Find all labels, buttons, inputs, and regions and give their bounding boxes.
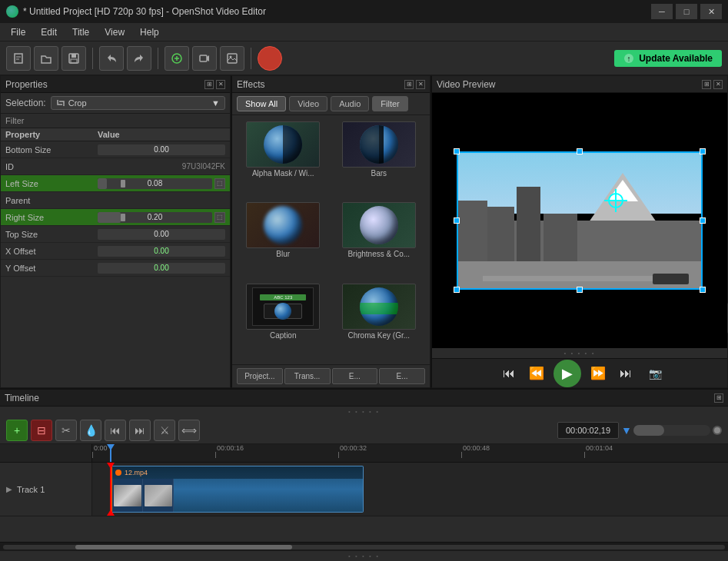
- property-row-right-size[interactable]: Right Size 0.20 ⬚: [1, 209, 230, 226]
- video-close-icon[interactable]: ✕: [713, 80, 723, 89]
- timeline-collapse-top[interactable]: • • • • •: [0, 407, 728, 417]
- effect-chromakey[interactable]: Chroma Key (Gr...: [333, 282, 426, 360]
- selection-handle-tr[interactable]: [700, 148, 706, 154]
- video-button[interactable]: [192, 46, 217, 71]
- film-frame-2: [143, 479, 174, 512]
- properties-close-icon[interactable]: ✕: [216, 80, 225, 89]
- prop-value-x-offset[interactable]: 0.00: [98, 246, 225, 257]
- properties-panel-header: Properties ⊞ ✕: [1, 76, 230, 93]
- effects-tab-filter[interactable]: Filter: [372, 96, 407, 111]
- prop-value-y-offset[interactable]: 0.00: [98, 263, 225, 274]
- property-table: Property Value Bottom Size 0.00 ID: [1, 128, 230, 387]
- property-row-y-offset: Y Offset 0.00: [1, 260, 230, 277]
- effect-alpha-mask[interactable]: Alpha Mask / Wi...: [237, 120, 330, 198]
- selection-label: Selection:: [5, 98, 46, 108]
- prop-value-bottom-size[interactable]: 0.00: [98, 144, 225, 155]
- properties-float-icon[interactable]: ⊞: [204, 80, 214, 89]
- play-button[interactable]: ▶: [553, 360, 581, 387]
- bottom-tab-trans[interactable]: Trans...: [284, 368, 331, 384]
- effect-label-caption: Caption: [238, 331, 328, 340]
- fast-forward-button[interactable]: ⏩: [587, 363, 609, 384]
- effects-tab-audio[interactable]: Audio: [331, 96, 369, 111]
- menu-help[interactable]: Help: [132, 25, 167, 39]
- rewind-button[interactable]: ⏪: [526, 363, 547, 384]
- track-row-1: ▶ Track 1 12.mp4: [0, 463, 728, 516]
- close-button[interactable]: ✕: [700, 4, 722, 19]
- add-track-button[interactable]: +: [6, 420, 28, 441]
- jump-start-button[interactable]: ⏮: [105, 420, 126, 441]
- minimize-button[interactable]: ─: [651, 4, 673, 19]
- skip-back-button[interactable]: ⏮: [498, 363, 520, 384]
- jump-end-button[interactable]: ⏭: [129, 420, 151, 441]
- video-panel-header: Video Preview ⊞ ✕: [432, 76, 727, 93]
- effects-float-icon[interactable]: ⊞: [404, 80, 414, 89]
- effects-tab-show-all[interactable]: Show All: [237, 96, 286, 111]
- record-button[interactable]: [258, 46, 282, 71]
- menu-title[interactable]: Title: [65, 25, 97, 39]
- playhead-arrow-bottom: [107, 510, 115, 516]
- track-area-1[interactable]: 12.mp4: [92, 463, 728, 516]
- screenshot-button[interactable]: 📷: [649, 367, 662, 380]
- prop-value-right-size[interactable]: 0.20 ⬚: [98, 212, 225, 223]
- new-project-button[interactable]: [6, 46, 31, 71]
- bottom-tab-e1[interactable]: E...: [332, 368, 378, 384]
- video-float-icon[interactable]: ⊞: [702, 80, 711, 89]
- track-arrow-1[interactable]: ▶: [6, 485, 12, 493]
- redo-button[interactable]: [127, 46, 151, 71]
- track-playhead-red: [110, 463, 111, 516]
- import-button[interactable]: [165, 46, 189, 71]
- effect-caption[interactable]: ABC 123 Caption: [237, 282, 330, 360]
- zoom-handle-right[interactable]: [713, 426, 722, 435]
- image-button[interactable]: [220, 46, 244, 71]
- prop-value-left-size[interactable]: 0.08 ⬚: [98, 178, 225, 189]
- timeline-zoom-track[interactable]: [633, 425, 710, 436]
- selection-handle-br[interactable]: [700, 287, 706, 293]
- effect-blur[interactable]: Blur: [237, 201, 330, 278]
- menu-file[interactable]: File: [3, 25, 33, 39]
- selection-handle-bl[interactable]: [454, 287, 460, 293]
- zoom-button[interactable]: ⟺: [178, 420, 200, 441]
- effects-close-icon[interactable]: ✕: [416, 80, 425, 89]
- selection-handle-tc[interactable]: [577, 148, 583, 154]
- maximize-button[interactable]: □: [676, 4, 697, 19]
- selection-handle-mr[interactable]: [700, 217, 706, 224]
- bottom-tab-project[interactable]: Project...: [237, 368, 283, 384]
- effect-brightness[interactable]: Brightness & Co...: [333, 201, 426, 278]
- timeline-hscrollbar[interactable]: [0, 542, 728, 551]
- update-available-button[interactable]: ↑ Update Available: [614, 50, 722, 67]
- prop-name-y-offset: Y Offset: [5, 264, 98, 273]
- remove-track-button[interactable]: ⊟: [31, 420, 52, 441]
- clip-12mp4[interactable]: 12.mp4: [110, 466, 364, 513]
- video-collapse-dots[interactable]: • • • • •: [432, 348, 727, 358]
- timeline-position-display: 00:00:02,19: [557, 422, 619, 439]
- effects-tab-video[interactable]: Video: [289, 96, 327, 111]
- selection-dropdown[interactable]: Crop ▼: [51, 96, 225, 110]
- bottom-tab-e2[interactable]: E...: [379, 368, 425, 384]
- menu-edit[interactable]: Edit: [33, 25, 65, 39]
- effect-bars[interactable]: Bars: [333, 120, 426, 198]
- razor-button[interactable]: ⚔: [154, 420, 175, 441]
- svg-rect-9: [200, 55, 207, 61]
- timeline-collapse-bottom[interactable]: • • • • •: [0, 551, 728, 561]
- prop-edit-icon-right[interactable]: ⬚: [214, 212, 225, 223]
- prop-edit-icon-left[interactable]: ⬚: [214, 178, 225, 189]
- skip-end-button[interactable]: ⏭: [615, 363, 637, 384]
- timeline-header: Timeline ⊞: [0, 390, 728, 407]
- prop-value-top-size[interactable]: 0.00: [98, 229, 225, 240]
- timeline-expand-icon[interactable]: ⊞: [714, 393, 723, 403]
- scissors-button[interactable]: ✂: [55, 420, 77, 441]
- video-frame-container: [457, 151, 703, 290]
- properties-panel: Properties ⊞ ✕ Selection: Crop ▼: [0, 75, 231, 388]
- drop-button[interactable]: 💧: [80, 420, 101, 441]
- scrollbar-track[interactable]: [3, 545, 725, 549]
- menu-view[interactable]: View: [97, 25, 132, 39]
- property-row-left-size[interactable]: Left Size 0.08 ⬚: [1, 175, 230, 192]
- selection-handle-tl[interactable]: [454, 148, 460, 154]
- selection-handle-bc[interactable]: [577, 287, 583, 293]
- prop-name-right-size: Right Size: [5, 213, 98, 222]
- open-project-button[interactable]: [34, 46, 58, 71]
- save-project-button[interactable]: [61, 46, 86, 71]
- undo-button[interactable]: [99, 46, 124, 71]
- scrollbar-thumb[interactable]: [75, 545, 292, 549]
- selection-handle-ml[interactable]: [454, 217, 460, 224]
